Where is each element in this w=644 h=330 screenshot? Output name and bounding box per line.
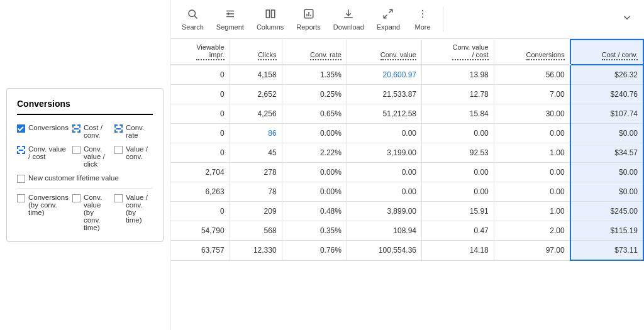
reports-button[interactable]: Reports [291,6,326,33]
table-cell: 4,256 [230,104,282,124]
col-conversions[interactable]: Conversions [494,40,570,65]
table-cell: 0 [170,124,230,143]
table-cell: $115.19 [570,221,643,241]
checkbox-label-conv-rate: Conv. rate [126,124,153,139]
table-cell: 0.65% [282,104,347,124]
col-conv-rate-label: Conv. rate [310,51,341,60]
segment-label: Segment [216,23,244,31]
conversions-title: Conversions [17,99,153,115]
checkbox-icon-value-conv-by-time [114,194,123,202]
checkbox-label-cost-conv: Cost / conv. [84,124,111,139]
table-cell[interactable]: 86 [230,124,282,143]
svg-point-16 [422,13,423,14]
col-conversions-label: Conversions [526,51,565,60]
table-cell: 0.00 [494,163,570,182]
checkbox-icon-conversions [17,124,25,133]
table-cell: 1.00 [494,202,570,221]
data-table: Viewableimpr. Clicks Conv. rate Conv. va… [170,39,644,261]
conversions-box: Conversions Conversions Cost / conv. Con… [6,88,164,242]
checkbox-icon-conv-value-click [72,146,80,154]
table-cell: 54,790 [170,221,230,241]
checkbox-conv-by-time[interactable]: Conversions (by conv. time) [17,194,69,231]
table-cell: 0.00 [347,182,421,202]
table-row: 02,6520.25%21,533.8712.787.00$240.76 [170,85,643,104]
table-cell: 2.00 [494,221,570,241]
svg-point-0 [189,10,196,17]
table-cell: 209 [230,202,282,221]
table-cell: 30.00 [494,104,570,124]
table-cell: $240.76 [570,85,643,104]
table-row: 0860.00%0.000.000.00$0.00 [170,124,643,143]
col-conv-rate[interactable]: Conv. rate [282,40,347,65]
columns-label: Columns [257,23,284,31]
table-cell: $26.32 [570,65,643,85]
table-cell: 2,704 [170,163,230,182]
checkbox-grid: Conversions Cost / conv. Conv. rate Conv… [17,124,153,183]
col-conv-value-label: Conv. value [380,51,416,60]
table-cell[interactable]: 20,600.97 [347,65,421,85]
table-cell: 15.84 [422,104,494,124]
expand-button[interactable]: Expand [372,6,405,33]
checkbox-conv-value-click[interactable]: Conv. value / click [72,145,111,168]
table-cell: 51,212.58 [347,104,421,124]
table-cell: 21,533.87 [347,85,421,104]
checkbox-conv-value-by-time[interactable]: Conv. value (by conv. time) [72,194,111,231]
reports-label: Reports [296,23,321,31]
checkbox-icon-conv-by-time [17,194,25,202]
toolbar: Search Segment Columns [170,0,644,39]
col-clicks[interactable]: Clicks [230,40,282,65]
more-button[interactable]: More [408,6,438,33]
table-cell: 0.00 [494,182,570,202]
columns-button[interactable]: Columns [252,6,289,33]
search-icon [187,8,198,22]
table-cell: 92.53 [422,143,494,163]
table-cell: 0.00% [282,163,347,182]
svg-line-13 [389,9,392,13]
col-cost-conv-label: Cost / conv. [602,51,638,60]
more-label: More [415,23,431,31]
table-cell: 1.00 [494,143,570,163]
col-cost-conv[interactable]: Cost / conv. [570,40,643,65]
search-button[interactable]: Search [177,6,209,33]
segment-button[interactable]: Segment [211,6,249,33]
table-cell: 0.35% [282,221,347,241]
download-button[interactable]: Download [328,6,369,33]
checkbox-grid-2: Conversions (by conv. time) Conv. value … [17,194,153,231]
table-row: 04,2560.65%51,212.5815.8430.00$107.74 [170,104,643,124]
col-viewable-impr[interactable]: Viewableimpr. [170,40,230,65]
table-cell: 0 [170,143,230,163]
table-cell: 0 [170,65,230,85]
data-table-container: Viewableimpr. Clicks Conv. rate Conv. va… [170,39,644,330]
checkbox-conv-value-cost[interactable]: Conv. value / cost [17,145,69,168]
more-icon [417,8,428,22]
expand-icon [382,8,394,22]
checkbox-label-conv-by-time: Conversions (by conv. time) [28,194,69,216]
col-viewable-impr-label: Viewableimpr. [196,43,224,60]
checkbox-conversions[interactable]: Conversions [17,124,69,139]
checkbox-value-conv-by-time[interactable]: Value / conv. (by time) [114,194,153,231]
checkbox-label-new-customer: New customer lifetime value [28,174,119,182]
table-cell: 14.18 [422,241,494,261]
svg-point-15 [422,9,423,11]
right-panel: Search Segment Columns [170,0,644,330]
table-cell: 4,158 [230,65,282,85]
table-cell: 1.35% [282,65,347,85]
col-conv-value[interactable]: Conv. value [347,40,421,65]
checkbox-icon-conv-value-by-time [72,194,80,202]
checkbox-new-customer[interactable]: New customer lifetime value [17,174,153,183]
col-conv-value-cost[interactable]: Conv. value/ cost [422,40,494,65]
table-cell: $0.00 [570,163,643,182]
chevron-down-button[interactable] [616,9,638,29]
expand-label: Expand [377,23,400,31]
checkbox-icon-value-conv [114,146,123,154]
checkbox-conv-rate[interactable]: Conv. rate [114,124,153,139]
table-cell: 13.98 [422,65,494,85]
table-cell: 45 [230,143,282,163]
table-cell: $0.00 [570,124,643,143]
checkbox-value-conv[interactable]: Value / conv. [114,145,153,168]
checkbox-label-value-conv: Value / conv. [126,145,153,160]
checkbox-cost-conv[interactable]: Cost / conv. [72,124,111,139]
table-row: 6,263780.00%0.000.000.00$0.00 [170,182,643,202]
table-cell: 0.25% [282,85,347,104]
left-panel: Conversions Conversions Cost / conv. Con… [0,0,170,330]
